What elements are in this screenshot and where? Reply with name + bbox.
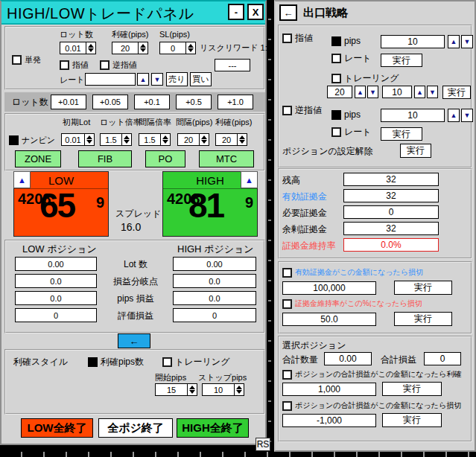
spin-up-icon[interactable]	[88, 44, 94, 48]
spin-up-icon[interactable]	[86, 135, 92, 139]
spin-down-icon[interactable]	[88, 48, 94, 52]
exit-limit-pips-checkbox[interactable]	[331, 36, 341, 46]
margin-cut-option[interactable]: 証拠金維持率がこの%になったら損切	[282, 298, 422, 309]
exit-stop-up-button[interactable]: ▲	[448, 109, 460, 122]
profit-amount-exec-button[interactable]: 実行	[382, 382, 442, 396]
exit-limit-rate-option[interactable]: レート	[331, 52, 372, 65]
stop-order-checkbox[interactable]	[100, 60, 110, 70]
tp-spin-buttons[interactable]	[139, 42, 148, 54]
tp-pips-option[interactable]: 利確pips数	[88, 356, 144, 368]
low-expand-button[interactable]: ▲	[13, 171, 31, 188]
spin-up-icon[interactable]	[239, 135, 245, 139]
sl-spin-buttons[interactable]	[186, 42, 196, 54]
nanpin-gap-pips-input[interactable]: 20	[177, 133, 200, 146]
spin-down-icon[interactable]	[239, 140, 245, 144]
stop-pips-input[interactable]: 10	[202, 383, 235, 396]
trailing-option[interactable]: トレーリング	[162, 356, 229, 368]
start-pips-input[interactable]: 15	[155, 383, 188, 396]
spin-down-icon[interactable]	[86, 140, 92, 144]
spin-down-icon[interactable]	[140, 48, 146, 52]
nanpin-spin-buttons[interactable]	[161, 133, 171, 146]
spin-down-icon[interactable]	[124, 140, 130, 144]
spin-down-icon[interactable]	[188, 48, 194, 52]
nanpin-spin-buttons[interactable]	[85, 133, 95, 146]
exit-limit-exec-button[interactable]: 実行	[381, 54, 422, 67]
margin-cut-exec-button[interactable]: 実行	[394, 312, 452, 326]
nanpin-checkbox[interactable]	[9, 135, 19, 145]
lot-input[interactable]: 0.01	[60, 42, 86, 54]
lot-add-0.01-button[interactable]: +0.01	[51, 95, 86, 109]
nanpin-spin-buttons[interactable]	[238, 133, 247, 146]
trail-stop-down-button[interactable]: ▼	[427, 86, 438, 98]
spin-down-icon[interactable]	[162, 140, 168, 144]
margin-cut-checkbox[interactable]	[282, 299, 292, 309]
nanpin-initial-lot-input[interactable]: 0.01	[61, 133, 85, 146]
mtc-button[interactable]: MTC	[199, 150, 254, 167]
window-titlebar[interactable]: HIGH/LOWトレードパネル - X	[1, 1, 265, 25]
equity-cut-exec-button[interactable]: 実行	[394, 281, 452, 295]
trail-start-up-button[interactable]: ▲	[355, 86, 366, 98]
close-all-high-button[interactable]: HIGH全終了	[177, 418, 249, 438]
lot-add-0.5-button[interactable]: +0.5	[176, 95, 212, 109]
loss-amount-checkbox[interactable]	[282, 401, 292, 411]
tp-pips-checkbox[interactable]	[88, 357, 98, 367]
buy-button[interactable]: 買い	[190, 72, 212, 86]
fib-button[interactable]: FIB	[78, 150, 132, 167]
trail-start-down-button[interactable]: ▼	[367, 86, 378, 98]
loss-amount-input[interactable]: -1,000	[282, 414, 376, 427]
high-quote-panel[interactable]: HIGH ▲ 4208. 81 9	[162, 171, 258, 237]
profit-amount-option[interactable]: ポジションの合計損益がこの金額になったら利確	[282, 369, 461, 380]
exit-stop-rate-checkbox[interactable]	[331, 127, 341, 137]
spin-up-icon[interactable]	[140, 44, 146, 48]
spin-up-icon[interactable]	[188, 44, 194, 48]
nanpin-tp-pips-input[interactable]: 20	[215, 133, 238, 146]
nanpin-spin-buttons[interactable]	[200, 133, 209, 146]
exit-trailing-option[interactable]: トレーリング	[331, 72, 399, 85]
exit-limit-pips-input[interactable]: 10	[381, 35, 445, 48]
exit-stop-pips-input[interactable]: 10	[381, 109, 445, 122]
close-all-low-button[interactable]: LOW全終了	[21, 418, 93, 438]
nanpin-option[interactable]: ナンピン	[9, 135, 55, 146]
exit-limit-pips-option[interactable]: pips	[331, 36, 361, 46]
exit-stop-rate-option[interactable]: レート	[331, 126, 372, 138]
exit-back-button[interactable]: ←	[279, 4, 297, 21]
spin-up-icon[interactable]	[189, 386, 195, 389]
exit-stop-down-button[interactable]: ▼	[461, 109, 473, 122]
exit-limit-rate-checkbox[interactable]	[331, 54, 341, 63]
exit-limit-option[interactable]: 指値	[282, 32, 313, 45]
loss-amount-option[interactable]: ポジションの合計損益がこの金額になったら損切	[282, 400, 461, 411]
tp-input[interactable]: 20	[112, 42, 139, 54]
exit-stop-pips-option[interactable]: pips	[331, 109, 361, 120]
lot-add-1.0-button[interactable]: +1.0	[218, 95, 253, 109]
equity-cut-checkbox[interactable]	[282, 268, 292, 278]
rate-down-button[interactable]: ▼	[151, 73, 163, 86]
spin-down-icon[interactable]	[201, 140, 207, 144]
sell-button[interactable]: 売り	[166, 72, 188, 86]
lot-add-0.05-button[interactable]: +0.05	[92, 95, 128, 109]
close-button[interactable]: X	[247, 4, 264, 20]
exit-stop-option[interactable]: 逆指値	[282, 104, 322, 117]
rate-up-button[interactable]: ▲	[137, 73, 149, 86]
high-expand-button[interactable]: ▲	[241, 171, 258, 188]
stop-pips-spin-buttons[interactable]	[235, 383, 244, 396]
exit-limit-checkbox[interactable]	[282, 33, 292, 43]
trail-start-input[interactable]: 20	[327, 86, 352, 98]
exit-trailing-checkbox[interactable]	[331, 74, 341, 83]
spin-up-icon[interactable]	[162, 135, 168, 139]
exit-stop-exec-button[interactable]: 実行	[381, 127, 422, 141]
nanpin-spin-buttons[interactable]	[122, 133, 132, 146]
spin-up-icon[interactable]	[201, 135, 207, 139]
stop-order-option[interactable]: 逆指値	[100, 60, 137, 71]
exit-stop-pips-checkbox[interactable]	[331, 110, 341, 120]
minimize-button[interactable]: -	[228, 4, 244, 20]
trail-stop-up-button[interactable]: ▲	[414, 86, 425, 98]
limit-order-checkbox[interactable]	[60, 60, 69, 70]
close-all-positions-button[interactable]: 全ポジ終了	[98, 418, 173, 438]
profit-amount-input[interactable]: 1,000	[282, 383, 376, 396]
lot-spin-buttons[interactable]	[86, 42, 96, 54]
profit-amount-checkbox[interactable]	[282, 370, 292, 380]
margin-cut-input[interactable]: 50.0	[282, 313, 376, 326]
exit-limit-up-button[interactable]: ▲	[448, 35, 460, 48]
nanpin-gap-mult-input[interactable]: 1.5	[139, 133, 161, 146]
lot-add-0.1-button[interactable]: +0.1	[134, 95, 170, 109]
